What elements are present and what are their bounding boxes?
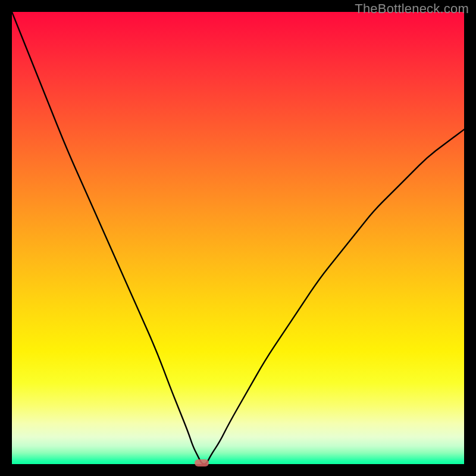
bottleneck-curve	[12, 12, 464, 464]
watermark-text: TheBottleneck.com	[355, 1, 469, 17]
optimal-marker	[195, 459, 209, 466]
plot-area	[12, 12, 464, 464]
chart-frame: TheBottleneck.com	[0, 0, 476, 476]
